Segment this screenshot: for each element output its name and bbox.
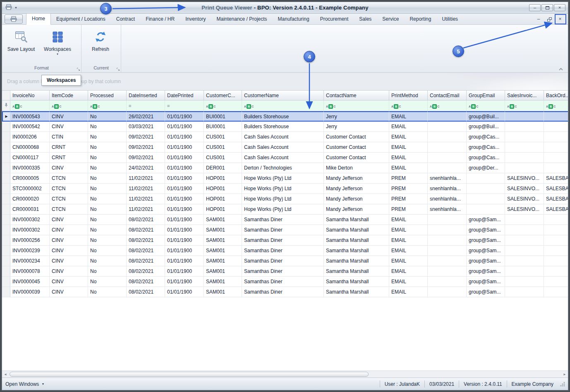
cell[interactable]: [505, 256, 544, 266]
cell[interactable]: EMAIL: [389, 163, 428, 173]
cell[interactable]: CUS001: [204, 132, 242, 142]
cell[interactable]: [428, 111, 467, 122]
cell[interactable]: [467, 184, 505, 194]
cell[interactable]: [428, 266, 467, 277]
cell[interactable]: [428, 256, 467, 266]
scroll-right-icon[interactable]: ►: [561, 373, 568, 376]
cell[interactable]: 08/02/2021: [127, 225, 165, 235]
cell[interactable]: group@Sam...: [467, 277, 505, 287]
cell[interactable]: Cash Sales Account: [242, 153, 324, 163]
cell[interactable]: group@Sam...: [467, 225, 505, 235]
cell[interactable]: 01/01/1900: [165, 142, 204, 153]
save-layout-button[interactable]: Save Layout: [3, 27, 39, 53]
tab-utilities[interactable]: Utilities: [436, 14, 463, 24]
cell[interactable]: CTCN: [50, 194, 88, 204]
cell[interactable]: HOP001: [204, 204, 242, 215]
cell[interactable]: snenhlanhla...: [428, 173, 467, 184]
cell[interactable]: CINV: [50, 277, 88, 287]
cell[interactable]: 09/02/2021: [127, 142, 165, 153]
column-header-itemcode[interactable]: ItemCode: [50, 91, 88, 100]
cell[interactable]: 08/02/2021: [127, 266, 165, 277]
cell[interactable]: 01/01/1900: [165, 184, 204, 194]
application-button[interactable]: [5, 14, 23, 24]
cell[interactable]: 01/01/1900: [165, 163, 204, 173]
abc-filter-icon[interactable]: ABC: [90, 104, 100, 109]
cell[interactable]: Samantha Marshall: [324, 235, 389, 246]
cell[interactable]: [544, 163, 568, 173]
cell[interactable]: 26/02/2021: [127, 111, 165, 122]
grid-row[interactable]: STC0000002CTCNNo11/02/202101/01/1900HOP0…: [2, 184, 568, 194]
cell[interactable]: HOP001: [204, 194, 242, 204]
cell[interactable]: [505, 122, 544, 132]
cell[interactable]: CINV: [50, 235, 88, 246]
cell[interactable]: [428, 287, 467, 297]
cell[interactable]: SAM001: [204, 277, 242, 287]
cell[interactable]: HOP001: [204, 173, 242, 184]
cell[interactable]: EMAIL: [389, 225, 428, 235]
cell[interactable]: [428, 122, 467, 132]
abc-filter-icon[interactable]: ABC: [469, 104, 478, 109]
minimize-button[interactable]: –: [529, 4, 541, 11]
grid-row[interactable]: INV0000039CINVNo08/02/202101/01/1900SAM0…: [2, 287, 568, 297]
cell[interactable]: INV0000543: [10, 111, 50, 122]
abc-filter-icon[interactable]: ABC: [12, 104, 22, 109]
cell[interactable]: SALESBA: [544, 204, 568, 215]
cell[interactable]: group@Der...: [467, 163, 505, 173]
cell[interactable]: Samantha Marshall: [324, 225, 389, 235]
cell[interactable]: INV0000239: [10, 246, 50, 256]
cell[interactable]: No: [88, 287, 127, 297]
cell[interactable]: INV0000302: [10, 215, 50, 225]
grid-row[interactable]: CR0000031CTCNNo11/02/202101/01/1900HOP00…: [2, 204, 568, 215]
cell[interactable]: CR0000005: [10, 173, 50, 184]
cell[interactable]: CN0000117: [10, 153, 50, 163]
cell[interactable]: [467, 173, 505, 184]
equals-filter-icon[interactable]: =: [167, 103, 170, 108]
tab-contract[interactable]: Contract: [111, 14, 140, 24]
cell[interactable]: CINV: [50, 122, 88, 132]
cell[interactable]: IN0000206: [10, 132, 50, 142]
cell[interactable]: INV0000256: [10, 235, 50, 246]
cell[interactable]: [505, 287, 544, 297]
grid-row[interactable]: INV0000335CINVNo24/02/202101/01/1900DER0…: [2, 163, 568, 173]
abc-filter-icon[interactable]: ABC: [206, 104, 216, 109]
cell[interactable]: CINV: [50, 287, 88, 297]
ribbon-close-button[interactable]: ×: [556, 16, 565, 23]
dialog-launcher-icon[interactable]: [116, 67, 120, 71]
cell[interactable]: [544, 122, 568, 132]
cell[interactable]: CRNT: [50, 153, 88, 163]
cell[interactable]: Customer Contact: [324, 153, 389, 163]
tab-maintenance-projects[interactable]: Maintenance / Projects: [211, 14, 273, 24]
column-header-customerc[interactable]: CustomerC...: [204, 91, 242, 100]
cell[interactable]: 08/02/2021: [127, 235, 165, 246]
cell[interactable]: CTIN: [50, 132, 88, 142]
cell[interactable]: 11/02/2021: [127, 204, 165, 215]
cell[interactable]: [467, 204, 505, 215]
app-printer-icon[interactable]: [5, 4, 12, 12]
cell[interactable]: EMAIL: [389, 277, 428, 287]
cell[interactable]: SALESINVO...: [505, 194, 544, 204]
cell[interactable]: [428, 277, 467, 287]
ribbon-minimize-button[interactable]: –: [534, 16, 543, 23]
cell[interactable]: group@Sam...: [467, 246, 505, 256]
cell[interactable]: BUI0001: [204, 111, 242, 122]
cell[interactable]: CUS001: [204, 142, 242, 153]
cell[interactable]: PREM: [389, 194, 428, 204]
cell[interactable]: EMAIL: [389, 256, 428, 266]
cell[interactable]: Jerry: [324, 122, 389, 132]
cell[interactable]: CUS001: [204, 153, 242, 163]
group-by-panel[interactable]: Drag a column header here to group by th…: [2, 73, 568, 91]
cell[interactable]: Mandy Jefferson: [324, 204, 389, 215]
abc-filter-icon[interactable]: ABC: [507, 104, 517, 109]
cell[interactable]: No: [88, 122, 127, 132]
filter-pin-icon[interactable]: [2, 100, 10, 111]
cell[interactable]: [505, 215, 544, 225]
abc-filter-icon[interactable]: ABC: [326, 104, 335, 109]
cell[interactable]: 11/02/2021: [127, 194, 165, 204]
cell[interactable]: 01/01/1900: [165, 173, 204, 184]
cell[interactable]: 09/02/2021: [127, 132, 165, 142]
cell[interactable]: No: [88, 225, 127, 235]
cell[interactable]: [505, 277, 544, 287]
abc-filter-icon[interactable]: ABC: [244, 104, 254, 109]
cell[interactable]: Samanthas Diner: [242, 215, 324, 225]
cell[interactable]: INV0000335: [10, 163, 50, 173]
